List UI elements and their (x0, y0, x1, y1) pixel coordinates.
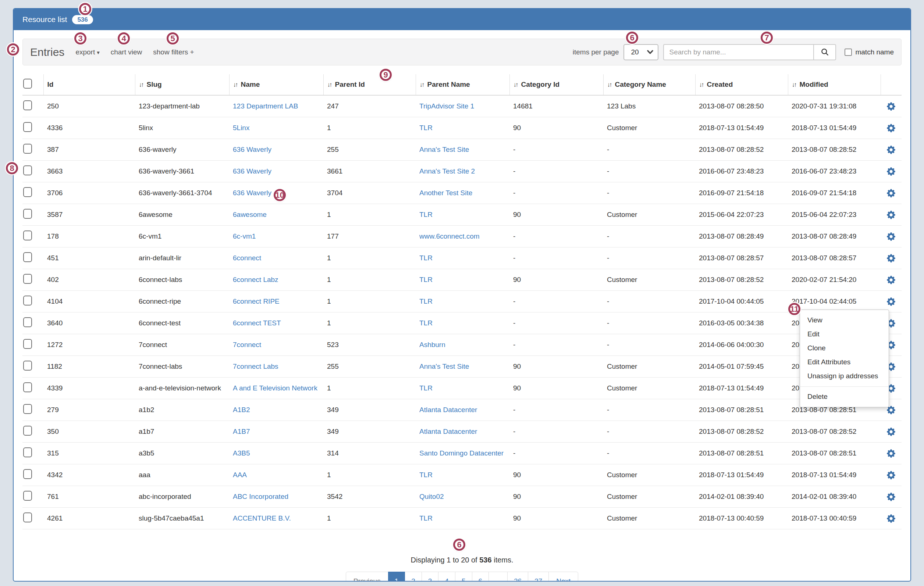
parent-name-link[interactable]: TLR (419, 276, 432, 283)
column-header[interactable]: ↓↑Parent Name (416, 74, 510, 95)
row-checkbox[interactable] (23, 469, 32, 479)
menu-item[interactable]: Unassign ip addresses (800, 369, 889, 383)
name-link[interactable]: 636 Waverly (233, 167, 271, 175)
page-button[interactable]: 4 (438, 572, 455, 581)
parent-name-link[interactable]: Another Test Site (419, 189, 472, 197)
parent-name-link[interactable]: TLR (419, 211, 432, 218)
row-actions-button[interactable] (887, 102, 895, 111)
menu-item[interactable]: Delete (800, 386, 889, 404)
row-checkbox[interactable] (23, 360, 32, 370)
parent-name-link[interactable]: Atlanta Datacenter (419, 406, 477, 413)
row-checkbox[interactable] (23, 230, 32, 240)
row-actions-button[interactable] (887, 167, 895, 176)
column-header[interactable]: ↓↑Modified (788, 74, 881, 95)
column-header[interactable]: ↓↑Slug (135, 74, 229, 95)
page-button[interactable]: Next (548, 572, 578, 581)
name-link[interactable]: 636 Waverly (233, 146, 271, 153)
page-button[interactable]: 27 (528, 572, 549, 581)
row-checkbox[interactable] (23, 100, 32, 110)
row-checkbox[interactable] (23, 165, 32, 175)
name-link[interactable]: 6connect (233, 254, 261, 262)
parent-name-link[interactable]: TLR (419, 124, 432, 132)
parent-name-link[interactable]: TLR (419, 384, 432, 392)
search-input[interactable] (663, 44, 813, 60)
row-checkbox[interactable] (23, 382, 32, 392)
parent-name-link[interactable]: Atlanta Datacenter (419, 428, 477, 435)
page-button[interactable]: Previous (346, 572, 388, 581)
parent-name-link[interactable]: TLR (419, 254, 432, 262)
column-header[interactable]: ↓↑Parent Id (323, 74, 416, 95)
name-link[interactable]: 7connect Labs (233, 362, 279, 370)
parent-name-link[interactable]: TripAdvisor Site 1 (419, 102, 474, 110)
name-link[interactable]: 123 Department LAB (233, 102, 298, 110)
menu-item[interactable]: View (800, 313, 889, 327)
row-actions-button[interactable] (887, 232, 895, 241)
chart-view-button[interactable]: chart view (111, 48, 142, 56)
export-button[interactable]: export▾ (76, 48, 99, 56)
row-actions-button[interactable] (887, 189, 895, 198)
row-actions-button[interactable] (887, 449, 895, 458)
row-checkbox[interactable] (23, 252, 32, 262)
name-link[interactable]: A and E Television Network (233, 384, 317, 392)
row-checkbox[interactable] (23, 426, 32, 436)
name-link[interactable]: 6connect TEST (233, 319, 281, 327)
name-link[interactable]: ACCENTURE B.V. (233, 514, 291, 522)
row-checkbox[interactable] (23, 404, 32, 414)
row-checkbox[interactable] (23, 491, 32, 501)
row-checkbox[interactable] (23, 144, 32, 154)
parent-name-link[interactable]: Anna's Test Site (419, 146, 469, 153)
parent-name-link[interactable]: TLR (419, 298, 432, 305)
row-checkbox[interactable] (23, 339, 32, 349)
row-actions-button[interactable] (887, 298, 895, 306)
row-actions-button[interactable] (887, 471, 895, 479)
parent-name-link[interactable]: Anna's Test Site (419, 362, 469, 370)
name-link[interactable]: 636 Waverly (233, 189, 271, 197)
menu-item[interactable]: Clone (800, 341, 889, 355)
row-actions-button[interactable] (887, 124, 895, 132)
row-actions-button[interactable] (887, 428, 895, 436)
match-name-checkbox[interactable] (845, 49, 852, 56)
row-checkbox[interactable] (23, 209, 32, 219)
name-link[interactable]: AAA (233, 471, 247, 479)
search-button[interactable] (813, 44, 836, 60)
row-checkbox[interactable] (23, 274, 32, 284)
parent-name-link[interactable]: TLR (419, 319, 432, 327)
parent-name-link[interactable]: TLR (419, 514, 432, 522)
name-link[interactable]: 5Linx (233, 124, 249, 132)
parent-name-link[interactable]: www.6connect.com (419, 232, 480, 240)
column-header[interactable]: ↓↑Category Name (603, 74, 695, 95)
name-link[interactable]: 6connect RIPE (233, 298, 280, 305)
parent-name-link[interactable]: Quito02 (419, 493, 444, 500)
items-per-page-select[interactable]: 20 (624, 44, 658, 60)
row-checkbox[interactable] (23, 187, 32, 197)
parent-name-link[interactable]: Santo Domingo Datacenter (419, 449, 503, 457)
column-header[interactable]: ↓↑Category Id (510, 74, 603, 95)
page-button[interactable]: 5 (455, 572, 472, 581)
row-checkbox[interactable] (23, 122, 32, 132)
column-header[interactable]: ↓↑Name (229, 74, 323, 95)
name-link[interactable]: A1B2 (233, 406, 250, 413)
row-checkbox[interactable] (23, 317, 32, 327)
name-link[interactable]: 6awesome (233, 211, 267, 218)
show-filters-button[interactable]: show filters + (153, 48, 194, 56)
row-checkbox[interactable] (23, 512, 32, 522)
name-link[interactable]: A3B5 (233, 449, 250, 457)
row-actions-button[interactable] (887, 146, 895, 154)
row-actions-button[interactable] (887, 514, 895, 523)
parent-name-link[interactable]: Ashburn (419, 341, 446, 349)
menu-item[interactable]: Edit Attributes (800, 355, 889, 369)
page-button[interactable]: 6 (472, 572, 489, 581)
row-checkbox[interactable] (23, 296, 32, 306)
page-button[interactable]: 2 (404, 572, 422, 581)
row-actions-button[interactable] (887, 254, 895, 262)
menu-item[interactable]: Edit (800, 327, 889, 341)
row-actions-button[interactable] (887, 211, 895, 219)
parent-name-link[interactable]: Anna's Test Site 2 (419, 167, 475, 175)
parent-name-link[interactable]: TLR (419, 471, 432, 479)
name-link[interactable]: 6c-vm1 (233, 232, 256, 240)
page-button[interactable]: 26 (507, 572, 528, 581)
select-all-checkbox[interactable] (23, 79, 32, 89)
row-actions-button[interactable] (887, 493, 895, 501)
page-button[interactable]: 1 (388, 572, 405, 581)
row-actions-button[interactable] (887, 276, 895, 284)
